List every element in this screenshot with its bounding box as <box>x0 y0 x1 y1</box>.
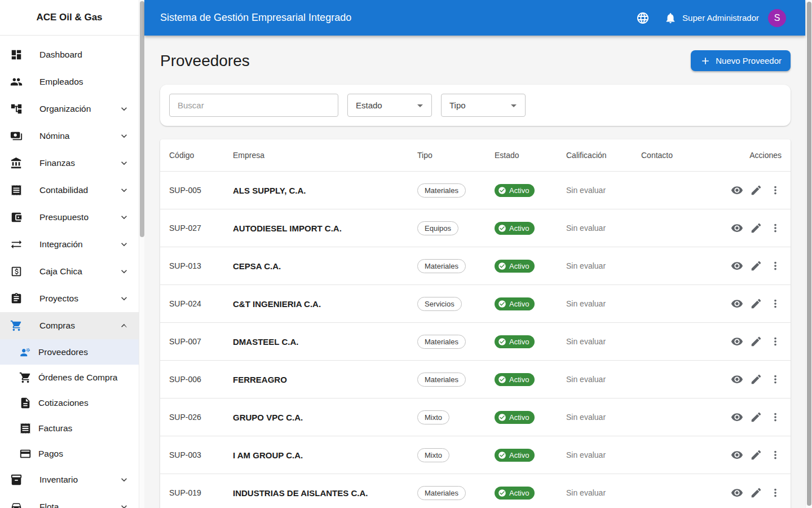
row-action-button[interactable] <box>769 222 782 234</box>
inventory-icon <box>10 474 23 486</box>
avatar[interactable]: S <box>768 9 786 27</box>
notifications-button[interactable] <box>664 12 677 24</box>
sidebar-item[interactable]: Finanzas <box>0 150 139 177</box>
row-action-button[interactable] <box>731 449 743 461</box>
type-chip: Materiales <box>417 259 466 273</box>
supplier-code: SUP-024 <box>169 299 233 308</box>
sidebar-item[interactable]: Nómina <box>0 122 139 150</box>
row-action-button[interactable] <box>750 222 762 234</box>
sidebar-nav: Dashboard Empleados Organización <box>0 36 139 508</box>
row-action-button[interactable] <box>769 184 782 196</box>
sidebar-scrollbar-thumb[interactable] <box>140 1 144 237</box>
sidebar-item[interactable]: Flota <box>0 493 139 508</box>
table-row[interactable]: SUP-003 I AM GROUP C.A. Mixto Activo Sin… <box>160 436 791 474</box>
sidebar-item-label: Proyectos <box>39 294 118 304</box>
row-actions <box>718 335 782 348</box>
suppliers-table: Código Empresa Tipo Estado Calificación … <box>160 139 791 508</box>
row-action-button[interactable] <box>750 260 762 272</box>
table-row[interactable]: SUP-013 CEPSA C.A. Materiales Activo Sin… <box>160 247 791 284</box>
page-scrollbar-thumb[interactable] <box>807 2 811 506</box>
clipboard-icon <box>10 292 23 305</box>
sidebar-item[interactable]: Integración <box>0 231 139 258</box>
supplier-name: GRUPO VPC C.A. <box>233 413 417 422</box>
row-action-button[interactable] <box>750 373 762 386</box>
sidebar-item[interactable]: Organización <box>0 95 139 122</box>
row-action-button[interactable] <box>750 411 762 423</box>
row-action-button[interactable] <box>769 335 782 348</box>
sidebar-item[interactable]: Proveedores <box>0 339 139 365</box>
table-body: SUP-005 ALS SUPPLY, C.A. Materiales Acti… <box>160 171 791 508</box>
rating-text: Sin evaluar <box>566 413 641 422</box>
status-label: Activo <box>509 186 529 195</box>
row-action-button[interactable] <box>769 487 782 499</box>
row-action-button[interactable] <box>731 373 743 386</box>
table-row[interactable]: SUP-006 FERREAGRO Materiales Activo Sin … <box>160 360 791 398</box>
table-row[interactable]: SUP-005 ALS SUPPLY, C.A. Materiales Acti… <box>160 171 791 209</box>
table-row[interactable]: SUP-027 AUTODIESEL IMPORT C.A. Equipos A… <box>160 209 791 247</box>
sidebar-item[interactable]: Dashboard <box>0 41 139 68</box>
sidebar-inner: ACE Oil & Gas Dashboard Empleados <box>0 0 139 508</box>
column-header-calificacion: Calificación <box>566 151 641 160</box>
car-icon <box>10 501 23 508</box>
tipo-select[interactable]: Tipo <box>441 94 526 117</box>
sidebar-item[interactable]: Cotizaciones <box>0 390 139 415</box>
row-action-button[interactable] <box>731 260 743 272</box>
row-action-button[interactable] <box>731 487 743 499</box>
column-header-codigo: Código <box>169 151 233 160</box>
status-label: Activo <box>509 300 529 308</box>
page-title: Proveedores <box>160 52 250 70</box>
row-actions <box>718 487 782 499</box>
row-action-button[interactable] <box>750 184 762 196</box>
row-action-button[interactable] <box>769 260 782 272</box>
row-action-button[interactable] <box>731 184 743 196</box>
credit-card-icon <box>19 448 32 460</box>
sidebar-item[interactable]: Proyectos <box>0 285 139 312</box>
rating-text: Sin evaluar <box>566 224 641 233</box>
row-action-button[interactable] <box>731 297 743 310</box>
sidebar-item[interactable]: Contabilidad <box>0 177 139 204</box>
dropdown-icon <box>507 99 520 112</box>
sidebar-item-label: Proveedores <box>38 347 118 357</box>
row-action-button[interactable] <box>769 373 782 386</box>
row-action-button[interactable] <box>731 222 743 234</box>
sidebar-item[interactable]: Empleados <box>0 68 139 95</box>
supplier-name: I AM GROUP C.A. <box>233 450 417 460</box>
sidebar-item[interactable]: Órdenes de Compra <box>0 365 139 390</box>
status-badge: Activo <box>495 297 535 310</box>
row-action-button[interactable] <box>750 487 762 499</box>
document-icon <box>19 397 32 409</box>
edit-icon <box>750 487 762 499</box>
page-scrollbar[interactable] <box>805 0 812 508</box>
row-action-button[interactable] <box>750 335 762 348</box>
sidebar-item[interactable]: Compras <box>0 312 139 339</box>
sidebar-item[interactable]: Caja Chica <box>0 258 139 285</box>
row-action-button[interactable] <box>750 449 762 461</box>
table-row[interactable]: SUP-007 DMASTEEL C.A. Materiales Activo … <box>160 322 791 360</box>
cart-icon <box>10 319 23 332</box>
sidebar-item[interactable]: Facturas <box>0 415 139 441</box>
chevron-down-icon <box>118 239 130 250</box>
search-input[interactable] <box>169 94 338 117</box>
sidebar-item[interactable]: Presupuesto <box>0 204 139 231</box>
row-action-button[interactable] <box>750 297 762 310</box>
row-action-button[interactable] <box>769 297 782 310</box>
status-badge: Activo <box>495 335 535 348</box>
row-action-button[interactable] <box>769 411 782 423</box>
sidebar-item-label: Pagos <box>38 449 118 459</box>
new-supplier-button[interactable]: Nuevo Proveedor <box>691 50 791 71</box>
table-row[interactable]: SUP-026 GRUPO VPC C.A. Mixto Activo Sin … <box>160 398 791 436</box>
language-button[interactable] <box>636 11 650 25</box>
edit-icon <box>750 411 762 423</box>
table-row[interactable]: SUP-019 INDUSTRIAS DE AISLANTES C.A. Mat… <box>160 474 791 508</box>
row-action-button[interactable] <box>731 335 743 348</box>
status-badge: Activo <box>495 260 535 273</box>
sidebar-item[interactable]: Pagos <box>0 441 139 466</box>
row-action-button[interactable] <box>769 449 782 461</box>
more-vert-icon <box>769 449 782 461</box>
sidebar-item[interactable]: Inventario <box>0 466 139 493</box>
status-label: Activo <box>509 262 529 270</box>
row-action-button[interactable] <box>731 411 743 423</box>
estado-select[interactable]: Estado <box>347 94 432 117</box>
sidebar-scrollbar[interactable] <box>139 0 144 508</box>
table-row[interactable]: SUP-024 C&T INGENIERIA C.A. Servicios Ac… <box>160 284 791 322</box>
